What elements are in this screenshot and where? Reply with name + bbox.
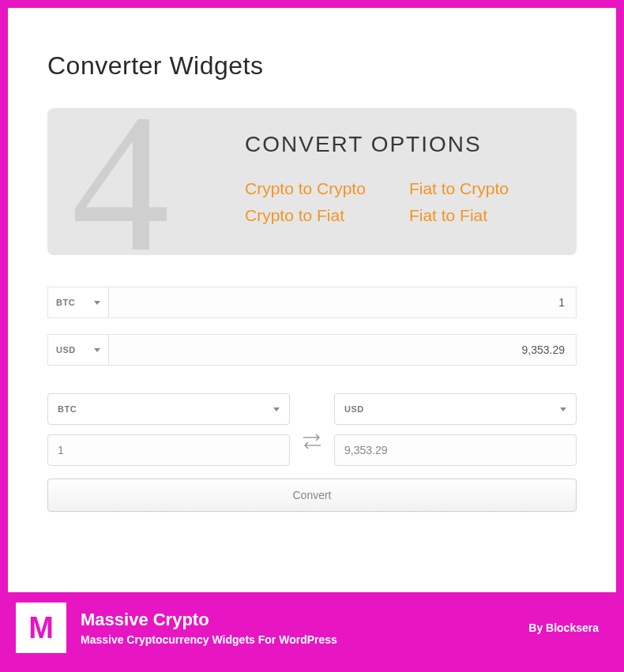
option-crypto-to-fiat[interactable]: Crypto to Fiat [245,206,366,225]
converter1-to-currency-label: USD [56,345,76,355]
converter2-to-value-input[interactable] [334,434,577,466]
converter2-from-currency-label: BTC [58,404,77,414]
option-fiat-to-fiat[interactable]: Fiat to Fiat [409,206,509,225]
convert-button[interactable]: Convert [47,479,577,512]
caret-down-icon [94,348,100,352]
converter2-swap[interactable] [290,407,334,452]
hero-content: CONVERT OPTIONS Crypto to Crypto Crypto … [245,132,545,225]
converter2-to-currency-label: USD [344,404,364,414]
caret-down-icon [94,301,100,305]
footer-title: Massive Crypto [81,610,337,630]
outer-frame: Converter Widgets 4 CONVERT OPTIONS Cryp… [0,0,624,672]
converter1-from-currency-label: BTC [56,298,75,307]
hero-number: 4 [71,108,170,255]
footer-author: By Blocksera [528,621,599,634]
converter2-from-col: BTC [47,393,290,466]
logo-box: M [16,603,66,653]
caret-down-icon [560,407,566,411]
converter2-to-currency-select[interactable]: USD [334,393,577,425]
converter1-to-currency-select[interactable]: USD [47,334,109,366]
converter2-top: BTC [47,393,577,466]
hero-options: Crypto to Crypto Crypto to Fiat Fiat to … [245,179,545,225]
converter2: BTC [47,393,577,512]
converter1-to-value-input[interactable] [109,334,577,366]
page-title: Converter Widgets [47,51,577,81]
logo-letter: M [28,611,54,645]
option-crypto-to-crypto[interactable]: Crypto to Crypto [245,179,366,198]
converter1-row-to: USD [47,334,577,366]
option-fiat-to-crypto[interactable]: Fiat to Crypto [409,179,509,198]
footer-subtitle: Massive Cryptocurrency Widgets For WordP… [81,633,337,646]
footer: M Massive Crypto Massive Cryptocurrency … [8,592,616,663]
converter1-row-from: BTC [47,287,577,318]
caret-down-icon [273,407,280,411]
swap-icon [300,431,324,452]
converter2-to-col: USD [334,393,577,466]
converter2-from-currency-select[interactable]: BTC [47,393,290,425]
main-panel: Converter Widgets 4 CONVERT OPTIONS Cryp… [8,8,616,592]
converter1-from-value-input[interactable] [109,287,577,318]
converter1-from-currency-select[interactable]: BTC [47,287,109,318]
footer-texts: Massive Crypto Massive Cryptocurrency Wi… [81,610,337,646]
converter2-from-value-input[interactable] [47,434,290,466]
hero-title: CONVERT OPTIONS [245,132,545,157]
hero-box: 4 CONVERT OPTIONS Crypto to Crypto Crypt… [47,108,577,255]
